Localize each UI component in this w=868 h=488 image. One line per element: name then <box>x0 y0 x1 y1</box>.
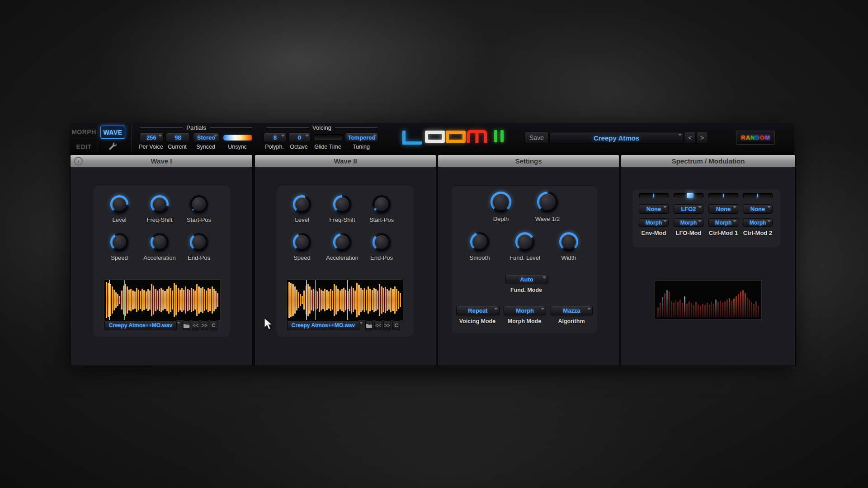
wave2-folder-button[interactable] <box>365 320 373 330</box>
info-icon[interactable]: i <box>74 157 83 165</box>
ctrl-mod2-dest-dropdown[interactable]: Morph <box>743 218 773 227</box>
env-mod-label: Env-Mod <box>642 230 666 236</box>
spectrum-bar <box>731 300 732 317</box>
preset-prev-button[interactable]: < <box>684 132 696 144</box>
env-mod-source-dropdown[interactable]: None <box>639 204 669 214</box>
wave2-prev-file-button[interactable]: << <box>374 320 382 330</box>
lfo-mod-dest-dropdown[interactable]: Morph <box>674 218 703 227</box>
wave2-endpos-knob[interactable] <box>373 233 391 251</box>
wave1-file-dropdown[interactable]: Creepy Atmos++MO.wav <box>104 320 177 330</box>
lfo-mod-source-dropdown[interactable]: LFO2 <box>674 204 703 214</box>
morph-mode-dropdown[interactable]: Morph <box>504 306 546 315</box>
wave1-next-file-button[interactable]: >> <box>201 320 208 330</box>
chevron-down-icon <box>733 220 736 222</box>
env-mod-slider[interactable] <box>639 193 669 198</box>
polyphony-dropdown[interactable]: 8 <box>264 133 287 142</box>
unsync-gradient-bar[interactable] <box>223 134 253 141</box>
waveform-bar <box>349 289 350 312</box>
waveform-bar <box>134 291 136 309</box>
ctrl-mod2-slider[interactable] <box>743 193 773 198</box>
algorithm-dropdown[interactable]: Mazza <box>551 306 593 315</box>
spectrum-bar <box>715 300 717 317</box>
spectrum-bar <box>753 304 755 317</box>
width-knob[interactable] <box>559 232 578 251</box>
wave1-folder-button[interactable] <box>183 320 190 330</box>
waveform-bar <box>128 290 130 310</box>
wave1-acceleration-knob[interactable] <box>151 233 169 251</box>
waveform-bar <box>179 290 181 310</box>
preset-next-button[interactable]: > <box>696 132 708 144</box>
spectrum-bar <box>700 306 701 318</box>
lfo-mod-column: LFO2 Morph LFO-Mod <box>674 193 703 236</box>
per-voice-dropdown[interactable]: 256 <box>139 133 164 142</box>
env-mod-dest-dropdown[interactable]: Morph <box>639 218 669 227</box>
waveform-marker <box>124 280 125 320</box>
waveform-bar <box>132 291 133 310</box>
wave2-waveform-display[interactable] <box>287 280 403 320</box>
wave1-level-knob[interactable] <box>110 195 128 213</box>
waveform-bar <box>213 289 215 312</box>
wrench-icon[interactable] <box>108 141 118 151</box>
random-letter: R <box>741 134 745 141</box>
waveform-bar <box>396 289 397 312</box>
wave2-startpos-knob[interactable] <box>373 195 391 213</box>
waveform-bar <box>335 286 337 314</box>
waveform-bar <box>146 291 147 308</box>
spectrum-bar <box>745 293 746 317</box>
wave1-prev-file-button[interactable]: << <box>192 320 199 330</box>
wave2-level-label: Level <box>295 216 309 223</box>
wave2-freqshift-knob[interactable] <box>333 195 351 213</box>
tab-morph[interactable]: MORPH <box>71 126 96 138</box>
lfo-mod-slider[interactable] <box>674 193 703 198</box>
save-button[interactable]: Save <box>524 132 549 144</box>
slider-handle[interactable] <box>687 193 693 198</box>
wave12-knob[interactable] <box>537 192 558 212</box>
fund-level-knob[interactable] <box>515 232 534 251</box>
wave1-waveform-display[interactable] <box>104 280 220 320</box>
waveform-bar <box>337 289 339 312</box>
waveform-bar <box>292 284 293 315</box>
voicing-mode-dropdown[interactable]: Repeat <box>456 306 500 315</box>
wave1-startpos-knob[interactable] <box>190 195 208 213</box>
waveform-bar <box>175 285 177 315</box>
slider-tick[interactable] <box>757 194 758 197</box>
logo-letter-o1 <box>425 131 445 143</box>
tuning-dropdown[interactable]: Tempered <box>345 133 378 142</box>
octave-dropdown[interactable]: 0 <box>288 133 311 142</box>
waveform-bar <box>160 288 162 313</box>
depth-knob[interactable] <box>491 192 511 212</box>
random-button[interactable]: RANDOM <box>736 131 775 145</box>
wave2-c-button[interactable]: C <box>392 320 400 330</box>
waveform-bar <box>324 289 326 312</box>
wave1-endpos-knob[interactable] <box>190 233 208 251</box>
fund-mode-dropdown[interactable]: Auto <box>505 275 548 284</box>
settings-panel: Settings Depth Wave 1/2 Smooth Fund. Lev… <box>438 155 619 366</box>
waveform-bar <box>181 288 183 312</box>
spectrum-bar <box>742 290 744 317</box>
ctrl-mod2-source-dropdown[interactable]: None <box>743 204 773 214</box>
tab-wave[interactable]: WAVE <box>100 126 125 139</box>
glide-time-slider[interactable] <box>313 134 343 141</box>
ctrl-mod1-source-dropdown[interactable]: None <box>708 204 738 214</box>
waveform-bar <box>204 289 205 311</box>
wave2-level-knob[interactable] <box>293 195 311 213</box>
wave2-file-dropdown[interactable]: Creepy Atmos++MO.wav <box>287 320 359 330</box>
slider-tick[interactable] <box>723 194 724 197</box>
smooth-knob[interactable] <box>470 232 489 251</box>
ctrl-mod1-dest-dropdown[interactable]: Morph <box>708 218 738 227</box>
preset-dropdown[interactable]: Creepy Atmos <box>549 132 684 144</box>
wave1-speed-knob[interactable] <box>110 233 128 251</box>
waveform-bar <box>328 291 330 308</box>
waveform-bar <box>372 290 373 310</box>
tab-edit[interactable]: EDIT <box>71 141 96 153</box>
spectrum-bar <box>711 302 712 317</box>
wave1-freqshift-knob[interactable] <box>151 195 169 213</box>
ctrl-mod1-slider[interactable] <box>708 193 738 198</box>
top-bar: MORPH WAVE EDIT Partials 256 98 Stereo P… <box>70 123 794 155</box>
synced-dropdown[interactable]: Stereo <box>193 133 219 142</box>
wave1-c-button[interactable]: C <box>210 320 217 330</box>
wave2-next-file-button[interactable]: >> <box>383 320 391 330</box>
wave2-speed-knob[interactable] <box>293 233 311 251</box>
slider-tick[interactable] <box>653 194 654 197</box>
wave2-acceleration-knob[interactable] <box>333 233 351 251</box>
